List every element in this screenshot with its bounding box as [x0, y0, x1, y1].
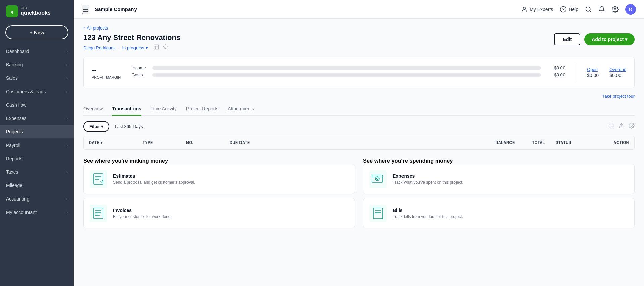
take-project-tour-link[interactable]: Take project tour: [83, 94, 635, 99]
column-settings-icon[interactable]: [629, 123, 635, 130]
edit-button[interactable]: Edit: [554, 33, 580, 45]
income-value: $0.00: [545, 65, 565, 70]
invoices-icon: [90, 205, 107, 222]
chevron-right-icon: ›: [66, 116, 68, 120]
tab-transactions[interactable]: Transactions: [112, 103, 141, 116]
tab-attachments[interactable]: Attachments: [228, 103, 254, 116]
col-balance: BALANCE: [271, 136, 520, 149]
settings-button[interactable]: [612, 6, 619, 13]
col-no: NO.: [181, 136, 224, 149]
open-overdue-area: Open $0.00 Overdue $0.00: [587, 67, 626, 78]
expenses-card[interactable]: Expenses Track what you've spent on this…: [363, 164, 635, 194]
print-icon[interactable]: [608, 123, 614, 130]
project-header: 123 Any Street Renovations Diego Rodrigu…: [83, 33, 635, 51]
col-status: STATUS: [550, 136, 594, 149]
help-icon: [560, 6, 567, 13]
notes-icon[interactable]: [153, 44, 159, 51]
filter-right: [608, 123, 635, 130]
chevron-right-icon: ›: [66, 49, 68, 53]
estimates-card[interactable]: Estimates Send a proposal and get custom…: [83, 164, 355, 194]
svg-point-11: [631, 125, 633, 127]
filter-button[interactable]: Filter ▾: [83, 121, 109, 132]
project-meta: Diego Rodriguez | In progress ▾: [83, 44, 180, 51]
svg-point-6: [614, 8, 616, 10]
sidebar-item-my-accountant[interactable]: My accountant›: [0, 206, 74, 219]
overdue-label[interactable]: Overdue: [609, 67, 626, 72]
tab-project-reports[interactable]: Project Reports: [186, 103, 218, 116]
sidebar-item-taxes[interactable]: Taxes›: [0, 165, 74, 179]
my-experts-button[interactable]: My Experts: [521, 6, 553, 13]
chevron-right-icon: ›: [66, 197, 68, 201]
invoices-title: Invoices: [113, 208, 172, 213]
project-owner[interactable]: Diego Rodriguez: [83, 45, 116, 50]
col-date[interactable]: DATE ▾: [84, 136, 137, 149]
overdue-value: $0.00: [609, 73, 626, 78]
search-icon: [585, 6, 592, 13]
estimates-icon-wrap: [89, 170, 108, 188]
expenses-icon-wrap: [369, 170, 387, 188]
logo-area: q intuit quickbooks: [0, 0, 74, 23]
sidebar-item-projects[interactable]: Projects: [0, 125, 74, 138]
new-button[interactable]: + New: [5, 25, 68, 39]
qb-logo-icon: q: [6, 5, 18, 17]
filter-left: Filter ▾ Last 365 Days: [83, 121, 143, 132]
help-button[interactable]: Help: [560, 6, 578, 13]
content-area: ‹ All projects 123 Any Street Renovation…: [74, 19, 644, 286]
chevron-right-icon: ›: [66, 143, 68, 147]
topbar: ☰ Sample Company My Experts Help R: [74, 0, 644, 19]
project-tabs: OverviewTransactionsTime ActivityProject…: [83, 103, 635, 116]
bills-card[interactable]: Bills Track bills from vendors for this …: [363, 198, 635, 228]
status-label: In progress: [122, 45, 144, 50]
promo-section: See where you're making money: [83, 158, 635, 232]
star-icon[interactable]: [163, 44, 169, 51]
col-due-date: DUE DATE: [224, 136, 271, 149]
sidebar-item-label: Mileage: [6, 183, 22, 188]
making-money-title: See where you're making money: [83, 158, 355, 164]
sidebar-item-dashboard[interactable]: Dashboard›: [0, 45, 74, 58]
breadcrumb[interactable]: ‹ All projects: [83, 25, 635, 31]
profit-margin-label: PROFIT MARGIN: [92, 75, 121, 79]
invoices-info: Invoices Bill your customer for work don…: [113, 208, 172, 219]
expenses-info: Expenses Track what you've spent on this…: [393, 173, 463, 185]
status-chevron-icon: ▾: [146, 45, 148, 50]
sidebar-item-label: My accountant: [6, 210, 37, 215]
export-icon[interactable]: [619, 123, 625, 130]
my-experts-label: My Experts: [530, 7, 553, 12]
breadcrumb-label: All projects: [87, 25, 108, 31]
intuit-label: intuit: [21, 7, 51, 10]
profit-value: --: [92, 65, 121, 74]
sidebar-item-reports[interactable]: Reports: [0, 152, 74, 165]
invoices-card[interactable]: Invoices Bill your customer for work don…: [83, 198, 355, 228]
open-label[interactable]: Open: [587, 67, 599, 72]
expense-card-icon: [369, 170, 387, 188]
costs-row: Costs $0.00: [131, 72, 565, 77]
search-button[interactable]: [585, 6, 592, 13]
col-action: ACTION: [594, 136, 634, 149]
bills-description: Track bills from vendors for this projec…: [393, 214, 463, 219]
open-value: $0.00: [587, 73, 599, 78]
main-area: ☰ Sample Company My Experts Help R: [74, 0, 644, 286]
profit-card: -- PROFIT MARGIN Income $0.00 Costs $0.0…: [83, 57, 635, 88]
svg-rect-9: [610, 126, 613, 128]
add-to-project-button[interactable]: Add to project ▾: [584, 33, 635, 45]
tab-time-activity[interactable]: Time Activity: [151, 103, 177, 116]
menu-button[interactable]: ☰: [82, 5, 89, 14]
notifications-button[interactable]: [598, 6, 605, 13]
profit-margin-area: -- PROFIT MARGIN: [92, 65, 121, 79]
tab-overview[interactable]: Overview: [83, 103, 103, 116]
user-avatar[interactable]: R: [625, 4, 636, 15]
income-label: Income: [131, 65, 148, 70]
sidebar-item-customers-leads[interactable]: Customers & leads›: [0, 85, 74, 98]
costs-bar-container: [152, 73, 541, 77]
sidebar-item-cash-flow[interactable]: Cash flow: [0, 98, 74, 112]
sidebar-item-accounting[interactable]: Accounting›: [0, 192, 74, 206]
breadcrumb-chevron: ‹: [83, 25, 85, 31]
svg-rect-17: [90, 205, 107, 222]
sidebar-item-expenses[interactable]: Expenses›: [0, 112, 74, 125]
sidebar-item-payroll[interactable]: Payroll›: [0, 138, 74, 152]
sidebar-item-mileage[interactable]: Mileage: [0, 179, 74, 192]
project-status[interactable]: In progress ▾: [122, 45, 148, 50]
expenses-title: Expenses: [393, 173, 463, 179]
sidebar-item-banking[interactable]: Banking›: [0, 58, 74, 71]
sidebar-item-sales[interactable]: Sales›: [0, 71, 74, 85]
